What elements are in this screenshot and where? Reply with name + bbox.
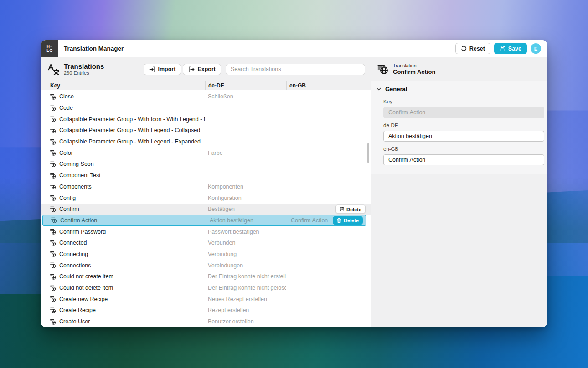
- column-header-key[interactable]: Key: [44, 81, 205, 90]
- key-field-group: Key: [383, 99, 544, 118]
- inspector-header: Translation Confirm Action: [371, 57, 547, 81]
- delete-button[interactable]: Delete: [333, 216, 363, 225]
- translation-key-icon: [50, 319, 56, 325]
- row-key: Collapsible Parameter Group - With Legen…: [59, 138, 201, 145]
- import-icon: [149, 66, 155, 72]
- column-header-en[interactable]: en-GB: [286, 81, 366, 90]
- row-de-value: Komponenten: [205, 184, 286, 190]
- export-icon: [188, 66, 195, 72]
- save-button[interactable]: Save: [494, 43, 527, 54]
- en-field-label: en-GB: [383, 146, 544, 152]
- inspector-empty-area: [371, 174, 547, 327]
- row-key: Could not delete item: [59, 285, 113, 291]
- translation-key-icon: [50, 229, 56, 235]
- table-row[interactable]: Collapsible Parameter Group - With Legen…: [41, 136, 371, 148]
- table-row[interactable]: Confirm Bestätigen Delete: [41, 204, 371, 215]
- table-row[interactable]: Create new Recipe Neues Rezept erstellen: [41, 293, 371, 305]
- trash-icon: [340, 207, 344, 212]
- translation-key-icon: [50, 240, 56, 246]
- de-field-label: de-DE: [383, 123, 544, 128]
- general-section-title: General: [385, 86, 407, 92]
- export-button[interactable]: Export: [183, 64, 221, 75]
- table-row[interactable]: Create User Benutzer erstellen: [41, 316, 371, 327]
- table-row[interactable]: Connections Verbindungen: [41, 260, 371, 271]
- translation-key-icon: [50, 184, 56, 189]
- table-row[interactable]: Collapsible Parameter Group - With Legen…: [41, 125, 371, 136]
- floppy-icon: [500, 46, 505, 51]
- translation-key-icon: [50, 274, 56, 280]
- translation-key-icon: [50, 206, 56, 212]
- de-field-group: de-DE: [383, 123, 544, 142]
- de-field[interactable]: [383, 131, 544, 142]
- row-de-value: Bestätigen: [205, 206, 286, 212]
- translation-key-icon: [50, 139, 56, 145]
- table-body: Close Schließen Code Collapsible Paramet…: [41, 90, 371, 327]
- translation-key-icon: [50, 195, 56, 201]
- en-field-group: en-GB: [383, 146, 544, 165]
- table-row[interactable]: Components Komponenten: [41, 181, 371, 193]
- row-key: Code: [59, 105, 73, 111]
- row-de-value: Konfiguration: [205, 195, 286, 201]
- row-key: Config: [59, 195, 76, 201]
- row-de-value: Aktion bestätigen: [207, 217, 288, 224]
- search-input[interactable]: [226, 64, 365, 75]
- translation-key-icon: [51, 217, 57, 223]
- table-row[interactable]: Could not create item Der Eintrag konnte…: [41, 271, 371, 282]
- table-row[interactable]: Connecting Verbindung: [41, 249, 371, 260]
- row-key: Could not create item: [59, 273, 113, 280]
- table-row[interactable]: Confirm Action Aktion bestätigen Confirm…: [42, 215, 366, 226]
- row-de-value: Schließen: [205, 93, 286, 100]
- table-row[interactable]: Config Konfiguration: [41, 192, 371, 204]
- table-row[interactable]: Create Recipe Rezept erstellen: [41, 305, 371, 316]
- row-key: Confirm Action: [60, 217, 97, 224]
- row-de-value: Passwort bestätigen: [205, 229, 286, 235]
- key-field: [383, 107, 544, 118]
- table-row[interactable]: Component Test: [41, 170, 371, 181]
- table-row[interactable]: Coming Soon: [41, 158, 371, 170]
- row-key: Collapsible Parameter Group - With Legen…: [59, 127, 200, 133]
- row-de-value: Neues Rezept erstellen: [205, 296, 286, 302]
- inspector-panel: Translation Confirm Action General Key: [371, 57, 547, 327]
- table-row[interactable]: Close Schließen: [41, 91, 371, 102]
- table-header: Key de-DE en-GB: [41, 81, 371, 90]
- row-de-value: Verbunden: [205, 240, 286, 246]
- import-label: Import: [158, 66, 176, 72]
- vertical-scrollbar[interactable]: [367, 143, 370, 163]
- reset-label: Reset: [469, 46, 485, 52]
- entries-count: 260 Entries: [64, 70, 104, 76]
- column-header-de[interactable]: de-DE: [205, 81, 286, 90]
- chevron-down-icon: [377, 87, 381, 91]
- inspector-title: Confirm Action: [393, 68, 435, 75]
- delete-label: Delete: [344, 218, 359, 223]
- row-key: Confirm Password: [59, 229, 106, 235]
- row-key: Component Test: [59, 172, 101, 179]
- table-row[interactable]: Connected Verbunden: [41, 237, 371, 249]
- table-row[interactable]: Code: [41, 102, 371, 114]
- trash-icon: [337, 218, 341, 223]
- row-de-value: Der Eintrag konnte nicht erstellt ...: [205, 273, 286, 280]
- row-de-value: Benutzer erstellen: [205, 318, 286, 325]
- table-row[interactable]: Color Farbe: [41, 147, 371, 158]
- table-row[interactable]: Could not delete item Der Eintrag konnte…: [41, 282, 371, 294]
- user-avatar[interactable]: E: [531, 43, 541, 54]
- row-key: Coming Soon: [59, 161, 94, 167]
- import-button[interactable]: Import: [144, 64, 181, 75]
- row-key: Connections: [59, 262, 91, 269]
- row-key: Create User: [59, 318, 90, 325]
- translation-key-icon: [50, 262, 56, 268]
- general-section: General Key de-DE en-GB: [371, 81, 547, 174]
- row-key: Connecting: [59, 251, 88, 257]
- row-de-value: Rezept erstellen: [205, 307, 286, 313]
- table-row[interactable]: Confirm Password Passwort bestätigen: [41, 226, 371, 237]
- row-key: Components: [59, 184, 92, 190]
- table-row[interactable]: Collapsible Parameter Group - With Icon …: [41, 113, 371, 125]
- delete-button[interactable]: Delete: [335, 205, 366, 214]
- row-key: Connected: [59, 240, 87, 246]
- row-de-value: Der Eintrag konnte nicht gelöscht...: [205, 285, 286, 291]
- en-field[interactable]: [383, 154, 544, 165]
- general-section-header[interactable]: General: [371, 81, 547, 94]
- translations-panel: Translations 260 Entries Import: [41, 57, 371, 327]
- reset-button[interactable]: Reset: [455, 43, 490, 54]
- translation-key-icon: [50, 296, 56, 302]
- app-title: Translation Manager: [64, 45, 124, 52]
